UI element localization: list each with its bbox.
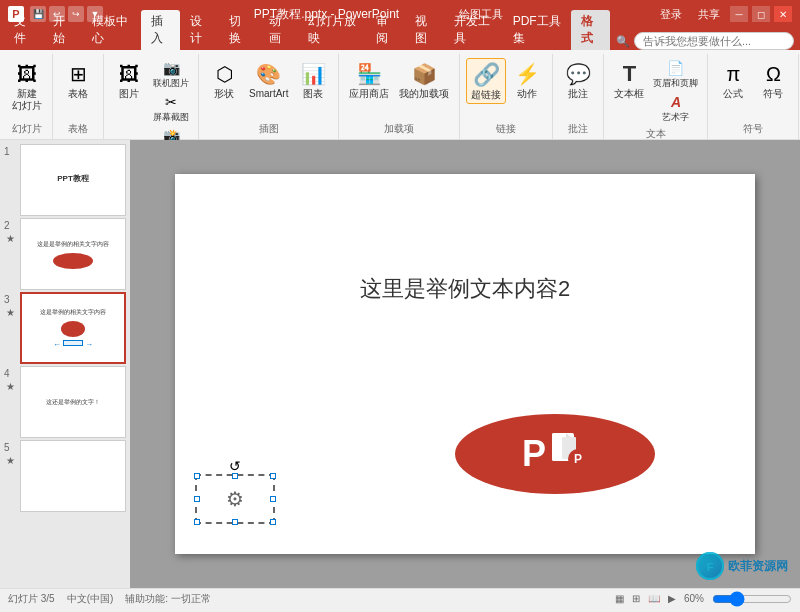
- tab-file[interactable]: 文件: [4, 10, 43, 50]
- textbox-label: 文本框: [614, 88, 644, 100]
- handle-tr[interactable]: [270, 473, 276, 479]
- online-picture-button[interactable]: 📷 联机图片: [150, 58, 192, 91]
- watermark-text: 欧菲资源网: [728, 558, 788, 575]
- addins-group-label: 加载项: [384, 120, 414, 139]
- ribbon-group-addins: 🏪 应用商店 📦 我的加载项 加载项: [339, 54, 460, 139]
- ribbon-search-input[interactable]: [634, 32, 794, 50]
- login-button[interactable]: 登录: [654, 7, 688, 22]
- screenshot-button[interactable]: ✂ 屏幕截图: [150, 92, 192, 125]
- slide-thumb-5[interactable]: [20, 440, 126, 512]
- canvas-area[interactable]: 这里是举例文本内容2 P P: [130, 140, 800, 588]
- slide-thumb-2[interactable]: 这是是举例的相关文字内容: [20, 218, 126, 290]
- table-button[interactable]: ⊞ 表格: [59, 58, 97, 102]
- zoom-slider[interactable]: [712, 593, 792, 605]
- store-icon: 🏪: [355, 60, 383, 88]
- zoom-level: 60%: [684, 593, 704, 604]
- ribbon-group-links: 🔗 超链接 ⚡ 动作 链接: [460, 54, 553, 139]
- handle-bl[interactable]: [194, 519, 200, 525]
- slide-thumb-3[interactable]: 这是举例的相关文字内容 ← →: [20, 292, 126, 364]
- picture-button[interactable]: 🖼 图片: [110, 58, 148, 102]
- slide-item-4[interactable]: 4 ★ 这还是举例的文字！: [4, 366, 126, 438]
- slideshow-button[interactable]: ▶: [668, 593, 676, 604]
- tab-transitions[interactable]: 切换: [219, 10, 258, 50]
- shapes-label: 形状: [214, 88, 234, 100]
- action-icon: ⚡: [513, 60, 541, 88]
- ribbon: 🖼 新建幻灯片 幻灯片 ⊞ 表格 表格 🖼 图片 📷 联机图片: [0, 50, 800, 140]
- tab-template[interactable]: 模板中心: [82, 10, 140, 50]
- action-button[interactable]: ⚡ 动作: [508, 58, 546, 102]
- slide-number-4: 4: [4, 368, 16, 379]
- main-area: 1 PPT教程 2 ★ 这是是举例的相关文字内容: [0, 140, 800, 588]
- handle-mr[interactable]: [270, 496, 276, 502]
- selected-shape[interactable]: ↺ ⚙: [195, 474, 275, 524]
- svg-text:F: F: [707, 561, 714, 573]
- slide-thumb-4[interactable]: 这还是举例的文字！: [20, 366, 126, 438]
- tab-design[interactable]: 设计: [180, 10, 219, 50]
- ppt-file-svg: P: [548, 431, 588, 471]
- chart-label: 图表: [303, 88, 323, 100]
- my-addins-button[interactable]: 📦 我的加载项: [395, 58, 453, 102]
- hyperlink-label: 超链接: [471, 89, 501, 101]
- ribbon-group-comments: 💬 批注 批注: [553, 54, 604, 139]
- hyperlink-button[interactable]: 🔗 超链接: [466, 58, 506, 104]
- table-label: 表格: [68, 88, 88, 100]
- shape-content: ⚙: [226, 487, 244, 511]
- minimize-button[interactable]: ─: [730, 6, 748, 22]
- textbox-button[interactable]: T 文本框: [610, 58, 648, 102]
- tab-slideshow[interactable]: 幻灯片放映: [298, 10, 366, 50]
- close-button[interactable]: ✕: [774, 6, 792, 22]
- links-group-label: 链接: [496, 120, 516, 139]
- comment-button[interactable]: 💬 批注: [559, 58, 597, 102]
- tab-format[interactable]: 格式: [571, 10, 610, 50]
- slide-main-text: 这里是举例文本内容2: [360, 274, 570, 304]
- symbol-button[interactable]: Ω 符号: [754, 58, 792, 102]
- slide-sorter-button[interactable]: ⊞: [632, 593, 640, 604]
- slide-number-3: 3: [4, 294, 16, 305]
- handle-tl[interactable]: [194, 473, 200, 479]
- reading-view-button[interactable]: 📖: [648, 593, 660, 604]
- shapes-button[interactable]: ⬡ 形状: [205, 58, 243, 102]
- ribbon-tabs: 文件 开始 模板中心 插入 设计 切换 动画 幻灯片放映 审阅 视图 开发工具 …: [0, 28, 800, 50]
- search-icon: 🔍: [616, 35, 630, 48]
- tab-review[interactable]: 审阅: [366, 10, 405, 50]
- tab-animations[interactable]: 动画: [259, 10, 298, 50]
- smartart-icon: 🎨: [255, 60, 283, 88]
- tab-insert[interactable]: 插入: [141, 10, 180, 50]
- symbol-label: 符号: [763, 88, 783, 100]
- slide-item-3[interactable]: 3 ★ 这是举例的相关文字内容 ← →: [4, 292, 126, 364]
- tab-developer[interactable]: 开发工具: [444, 10, 502, 50]
- slide-thumb-1[interactable]: PPT教程: [20, 144, 126, 216]
- store-label: 应用商店: [349, 88, 389, 100]
- handle-br[interactable]: [270, 519, 276, 525]
- smartart-button[interactable]: 🎨 SmartArt: [245, 58, 292, 102]
- rotation-handle[interactable]: ↺: [229, 458, 241, 474]
- ribbon-group-images: 🖼 图片 📷 联机图片 ✂ 屏幕截图 📸 相册 图像: [104, 54, 199, 139]
- header-footer-button[interactable]: 📄 页眉和页脚: [650, 58, 701, 91]
- tab-home[interactable]: 开始: [43, 10, 82, 50]
- slide-panel[interactable]: 1 PPT教程 2 ★ 这是是举例的相关文字内容: [0, 140, 130, 588]
- new-slide-label: 新建幻灯片: [12, 88, 42, 112]
- comments-group-label: 批注: [568, 120, 588, 139]
- restore-button[interactable]: ◻: [752, 6, 770, 22]
- handle-bm[interactable]: [232, 519, 238, 525]
- handle-ml[interactable]: [194, 496, 200, 502]
- share-button[interactable]: 共享: [692, 7, 726, 22]
- slide-item-1[interactable]: 1 PPT教程: [4, 144, 126, 216]
- ppt-logo-oval[interactable]: P P: [455, 414, 655, 494]
- title-bar-right: 登录 共享 ─ ◻ ✕: [654, 6, 792, 22]
- slide-item-5[interactable]: 5 ★: [4, 440, 126, 512]
- screenshot-icon: ✂: [165, 93, 177, 111]
- status-bar: 幻灯片 3/5 中文(中国) 辅助功能: 一切正常 ▦ ⊞ 📖 ▶ 60%: [0, 588, 800, 608]
- illustrations-group-label: 插图: [259, 120, 279, 139]
- wordart-button[interactable]: A 艺术字: [650, 92, 701, 125]
- normal-view-button[interactable]: ▦: [615, 593, 624, 604]
- slide-item-2[interactable]: 2 ★ 这是是举例的相关文字内容: [4, 218, 126, 290]
- tab-view[interactable]: 视图: [405, 10, 444, 50]
- equation-button[interactable]: π 公式: [714, 58, 752, 102]
- tab-pdf[interactable]: PDF工具集: [503, 10, 571, 50]
- new-slide-button[interactable]: 🖼 新建幻灯片: [8, 58, 46, 114]
- ribbon-group-illustrations: ⬡ 形状 🎨 SmartArt 📊 图表 插图: [199, 54, 339, 139]
- slide-canvas[interactable]: 这里是举例文本内容2 P P: [175, 174, 755, 554]
- chart-button[interactable]: 📊 图表: [294, 58, 332, 102]
- store-button[interactable]: 🏪 应用商店: [345, 58, 393, 102]
